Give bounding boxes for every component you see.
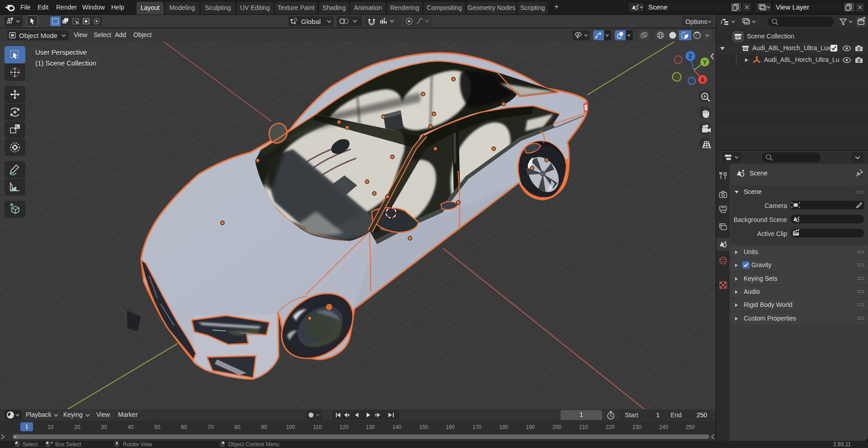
svg-text:X: X xyxy=(701,77,704,83)
svg-text:Y: Y xyxy=(703,59,707,66)
svg-text:Z: Z xyxy=(689,53,692,60)
